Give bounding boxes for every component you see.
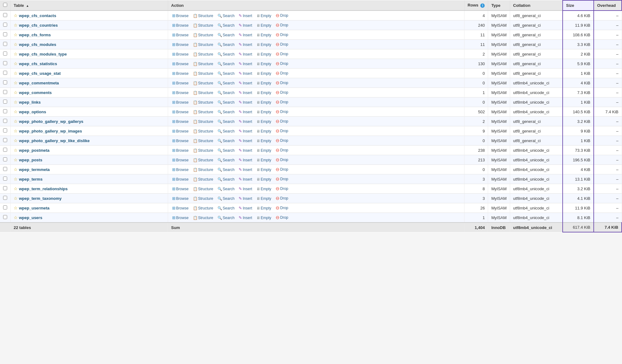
insert-label[interactable]: Insert [243,148,252,153]
empty-button[interactable]: 🖥 Empty [255,23,272,28]
structure-button[interactable]: 📋 Structure [192,186,214,191]
search-button[interactable]: 🔍 Search [217,186,236,191]
favorite-star-icon[interactable]: ☆ [14,71,18,76]
drop-label[interactable]: Drop [280,215,288,220]
empty-label[interactable]: Empty [261,158,271,162]
table-name-link[interactable]: wpep_comments [19,90,52,95]
insert-label[interactable]: Insert [243,206,252,210]
empty-label[interactable]: Empty [261,196,271,201]
insert-label[interactable]: Insert [243,43,252,47]
empty-label[interactable]: Empty [261,187,271,191]
empty-label[interactable]: Empty [261,148,271,153]
browse-button[interactable]: ⊞ Browse [171,177,190,182]
empty-label[interactable]: Empty [261,168,271,172]
search-button[interactable]: 🔍 Search [217,206,236,211]
search-button[interactable]: 🔍 Search [217,90,236,95]
browse-button[interactable]: ⊞ Browse [171,52,190,57]
search-label[interactable]: Search [223,129,235,133]
insert-button[interactable]: ✎ Insert [238,71,253,76]
structure-label[interactable]: Structure [198,168,213,172]
table-name-link[interactable]: wpep_term_taxonomy [19,196,62,201]
browse-label[interactable]: Browse [176,62,189,66]
browse-label[interactable]: Browse [176,177,189,182]
search-label[interactable]: Search [223,33,235,37]
structure-label[interactable]: Structure [198,196,213,201]
empty-button[interactable]: 🖥 Empty [255,100,272,105]
structure-button[interactable]: 📋 Structure [192,129,214,134]
drop-label[interactable]: Drop [280,158,288,162]
structure-button[interactable]: 📋 Structure [192,110,214,115]
row-checkbox[interactable] [3,42,7,46]
empty-button[interactable]: 🖥 Empty [255,148,272,153]
row-checkbox[interactable] [3,61,7,65]
row-checkbox[interactable] [3,80,7,84]
browse-button[interactable]: ⊞ Browse [171,167,190,172]
favorite-star-icon[interactable]: ☆ [14,177,18,182]
favorite-star-icon[interactable]: ☆ [14,109,18,114]
search-button[interactable]: 🔍 Search [217,138,236,143]
drop-label[interactable]: Drop [280,42,288,47]
structure-button[interactable]: 📋 Structure [192,215,214,220]
drop-label[interactable]: Drop [280,52,288,56]
row-checkbox[interactable] [3,157,7,161]
search-label[interactable]: Search [223,71,235,76]
search-button[interactable]: 🔍 Search [217,13,236,18]
insert-button[interactable]: ✎ Insert [238,167,253,172]
favorite-star-icon[interactable]: ☆ [14,148,18,153]
empty-label[interactable]: Empty [261,119,271,124]
search-label[interactable]: Search [223,81,235,85]
structure-button[interactable]: 📋 Structure [192,13,214,18]
row-checkbox[interactable] [3,215,7,219]
browse-label[interactable]: Browse [176,14,189,18]
drop-label[interactable]: Drop [280,186,288,191]
insert-label[interactable]: Insert [243,139,252,143]
browse-button[interactable]: ⊞ Browse [171,71,190,76]
table-name-link[interactable]: wpep_options [19,110,46,114]
empty-button[interactable]: 🖥 Empty [255,90,272,95]
insert-button[interactable]: ✎ Insert [238,157,253,163]
drop-button[interactable]: ⊖ Drop [275,41,289,47]
drop-button[interactable]: ⊖ Drop [275,99,289,105]
empty-button[interactable]: 🖥 Empty [255,138,272,143]
empty-button[interactable]: 🖥 Empty [255,119,272,124]
empty-button[interactable]: 🖥 Empty [255,177,272,182]
table-name-link[interactable]: wpep_terms [19,177,43,182]
structure-button[interactable]: 📋 Structure [192,23,214,28]
structure-button[interactable]: 📋 Structure [192,61,214,66]
structure-label[interactable]: Structure [198,91,213,95]
favorite-star-icon[interactable]: ☆ [14,157,18,162]
insert-button[interactable]: ✎ Insert [238,205,253,211]
empty-button[interactable]: 🖥 Empty [255,110,272,115]
browse-button[interactable]: ⊞ Browse [171,215,190,220]
empty-label[interactable]: Empty [261,52,271,56]
table-name-link[interactable]: wpep_cfs_modules [19,42,56,47]
search-button[interactable]: 🔍 Search [217,42,236,47]
browse-label[interactable]: Browse [176,91,189,95]
search-button[interactable]: 🔍 Search [217,177,236,182]
row-checkbox[interactable] [3,138,7,142]
insert-label[interactable]: Insert [243,216,252,220]
browse-button[interactable]: ⊞ Browse [171,157,190,163]
empty-label[interactable]: Empty [261,91,271,95]
browse-label[interactable]: Browse [176,196,189,201]
structure-button[interactable]: 📋 Structure [192,138,214,143]
insert-label[interactable]: Insert [243,62,252,66]
search-button[interactable]: 🔍 Search [217,158,236,163]
row-checkbox[interactable] [3,13,7,17]
insert-button[interactable]: ✎ Insert [238,61,253,66]
search-label[interactable]: Search [223,43,235,47]
search-label[interactable]: Search [223,14,235,18]
search-button[interactable]: 🔍 Search [217,52,236,57]
drop-button[interactable]: ⊖ Drop [275,118,289,124]
insert-label[interactable]: Insert [243,52,252,56]
row-checkbox[interactable] [3,128,7,133]
structure-label[interactable]: Structure [198,33,213,37]
browse-button[interactable]: ⊞ Browse [171,205,190,211]
structure-label[interactable]: Structure [198,206,213,210]
search-label[interactable]: Search [223,52,235,56]
search-label[interactable]: Search [223,206,235,210]
favorite-star-icon[interactable]: ☆ [14,80,18,85]
row-checkbox[interactable] [3,109,7,113]
favorite-star-icon[interactable]: ☆ [14,138,18,143]
row-checkbox[interactable] [3,71,7,75]
